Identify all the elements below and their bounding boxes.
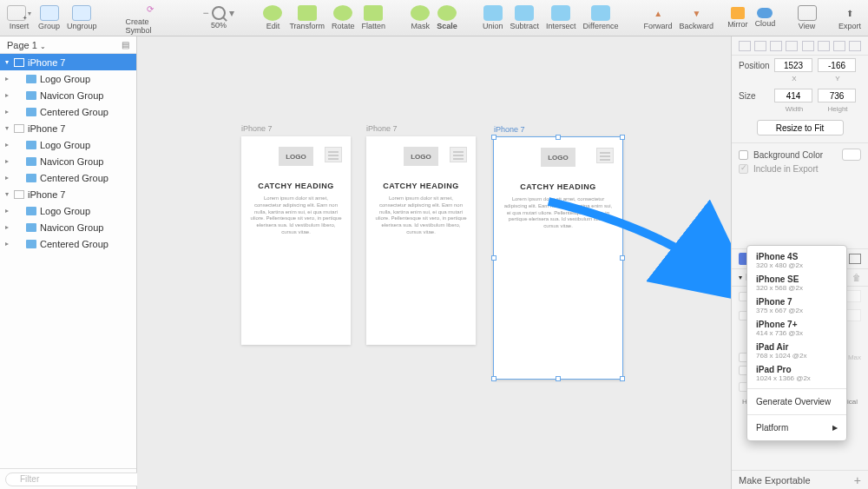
align-right-icon[interactable] xyxy=(770,41,782,51)
page-selector[interactable]: Page 1 ⌄ ▤ xyxy=(0,36,136,54)
disclosure-triangle-icon[interactable]: ▾ xyxy=(5,124,14,132)
chevron-right-icon: ▶ xyxy=(832,424,838,432)
disclosure-triangle-icon[interactable]: ▸ xyxy=(5,207,14,215)
zoom-control[interactable]: −▾ 50% xyxy=(202,6,234,30)
artboard-icon xyxy=(14,124,24,133)
resize-handle[interactable] xyxy=(491,255,496,261)
create-symbol-tool[interactable]: ⟳Create Symbol xyxy=(125,1,174,35)
heading-text: CATCHY HEADING xyxy=(383,182,459,190)
align-top-icon[interactable] xyxy=(786,41,798,51)
resize-handle[interactable] xyxy=(556,135,561,140)
disclosure-triangle-icon[interactable]: ▸ xyxy=(5,141,14,149)
scale-icon xyxy=(437,5,457,21)
resize-handle[interactable] xyxy=(620,376,625,381)
layer-group[interactable]: ▸Logo Group xyxy=(0,136,136,153)
orientation-icon[interactable] xyxy=(849,254,861,264)
width-field[interactable] xyxy=(774,89,812,102)
artboard-2[interactable]: iPhone 7 LOGO CATCHY HEADING Lorem ipsum… xyxy=(366,136,476,345)
backward-tool[interactable]: ▼Backward xyxy=(680,5,714,30)
device-preset-item[interactable]: iPhone 7+414 x 736 @3x xyxy=(747,317,846,340)
rotate-tool[interactable]: Rotate xyxy=(332,5,355,30)
plus-icon[interactable]: + xyxy=(854,473,861,487)
disclosure-triangle-icon[interactable]: ▸ xyxy=(5,157,14,165)
canvas[interactable]: iPhone 7 LOGO CATCHY HEADING Lorem ipsum… xyxy=(137,36,731,489)
artboard-3-selected[interactable]: iPhone 7 LOGO CATCHY HEADING Lorem ipsum… xyxy=(493,136,623,380)
disclosure-triangle-icon[interactable]: ▸ xyxy=(5,174,14,182)
device-preset-item[interactable]: iPad Pro1024 x 1366 @2x xyxy=(747,362,846,385)
align-middle-icon[interactable] xyxy=(802,41,814,51)
difference-tool[interactable]: Difference xyxy=(583,5,619,30)
bg-color-checkbox[interactable] xyxy=(739,150,748,160)
x-field[interactable] xyxy=(774,58,812,72)
align-left-icon[interactable] xyxy=(739,41,751,51)
device-preset-item[interactable]: iPad Air768 x 1024 @2x xyxy=(747,340,846,362)
artboard-label[interactable]: iPhone 7 xyxy=(494,125,525,134)
forward-tool[interactable]: ▲Forward xyxy=(644,5,673,30)
zoom-out-icon[interactable]: − xyxy=(202,7,208,19)
layer-artboard[interactable]: ▾iPhone 7 xyxy=(0,120,136,136)
disclosure-triangle-icon[interactable]: ▸ xyxy=(5,223,14,231)
resize-to-fit-button[interactable]: Resize to Fit xyxy=(757,120,844,135)
page-list-icon[interactable]: ▤ xyxy=(122,40,129,50)
layer-group[interactable]: ▸Navicon Group xyxy=(0,87,136,103)
subtract-tool[interactable]: Subtract xyxy=(510,5,540,30)
edit-tool[interactable]: Edit xyxy=(263,5,282,30)
logo-placeholder: LOGO xyxy=(541,148,575,167)
resize-handle[interactable] xyxy=(620,255,625,261)
distribute-v-icon[interactable] xyxy=(849,41,861,51)
resize-handle[interactable] xyxy=(620,135,625,140)
resize-handle[interactable] xyxy=(491,376,496,381)
height-field[interactable] xyxy=(818,89,856,102)
device-preset-item[interactable]: iPhone SE320 x 568 @2x xyxy=(747,272,846,294)
layer-group[interactable]: ▸Logo Group xyxy=(0,70,136,87)
transform-tool[interactable]: Transform xyxy=(289,5,325,30)
filter-input[interactable] xyxy=(5,472,145,486)
layer-group[interactable]: ▸Centered Group xyxy=(0,103,136,120)
mask-tool[interactable]: Mask xyxy=(411,5,430,30)
align-center-icon[interactable] xyxy=(754,41,766,51)
align-bottom-icon[interactable] xyxy=(818,41,830,51)
layer-group[interactable]: ▸Navicon Group xyxy=(0,219,136,235)
disclosure-triangle-icon[interactable]: ▸ xyxy=(5,240,14,248)
y-field[interactable] xyxy=(818,58,856,72)
generate-overview-item[interactable]: Generate Overview xyxy=(747,393,846,411)
include-export-checkbox[interactable]: ✓ xyxy=(739,164,748,174)
disclosure-triangle-icon[interactable]: ▾ xyxy=(5,58,14,66)
device-preset-item[interactable]: iPhone 7375 x 667 @2x xyxy=(747,294,846,317)
disclosure-triangle-icon[interactable]: ▸ xyxy=(5,91,14,99)
delete-icon[interactable]: 🗑 xyxy=(852,273,861,282)
flatten-tool[interactable]: Flatten xyxy=(362,5,386,30)
intersect-tool[interactable]: Intersect xyxy=(546,5,576,30)
artboard-label[interactable]: iPhone 7 xyxy=(241,124,273,133)
layer-artboard[interactable]: ▾iPhone 7 xyxy=(0,186,136,202)
insert-tool[interactable]: +▾ Insert xyxy=(7,5,31,30)
layer-name: iPhone 7 xyxy=(28,57,65,68)
layer-group[interactable]: ▸Logo Group xyxy=(0,202,136,219)
disclosure-triangle-icon[interactable]: ▸ xyxy=(5,108,14,116)
layer-group[interactable]: ▸Navicon Group xyxy=(0,153,136,169)
resize-handle[interactable] xyxy=(491,135,496,140)
layer-name: Centered Group xyxy=(40,107,108,117)
ungroup-tool[interactable]: Ungroup xyxy=(67,5,97,30)
cloud-tool[interactable]: Cloud xyxy=(755,8,776,28)
layer-artboard[interactable]: ▾iPhone 7 xyxy=(0,54,136,70)
platform-submenu-item[interactable]: Platform▶ xyxy=(747,419,846,437)
union-tool[interactable]: Union xyxy=(483,5,503,30)
zoom-in-icon[interactable]: ▾ xyxy=(229,7,234,19)
mirror-tool[interactable]: Mirror xyxy=(727,7,748,29)
export-tool[interactable]: ⬆Export xyxy=(838,5,861,30)
device-preset-item[interactable]: iPhone 4S320 x 480 @2x xyxy=(747,249,846,272)
disclosure-triangle-icon[interactable]: ▸ xyxy=(5,75,14,83)
resize-handle[interactable] xyxy=(556,376,561,381)
scale-tool[interactable]: Scale xyxy=(437,5,457,30)
layer-group[interactable]: ▸Centered Group xyxy=(0,169,136,186)
artboard-1[interactable]: iPhone 7 LOGO CATCHY HEADING Lorem ipsum… xyxy=(241,136,351,345)
disclosure-triangle-icon[interactable]: ▾ xyxy=(5,190,14,198)
view-tool[interactable]: View xyxy=(798,5,817,30)
artboard-label[interactable]: iPhone 7 xyxy=(366,124,398,133)
group-tool[interactable]: Group xyxy=(38,5,60,30)
make-exportable-row[interactable]: Make Exportable + xyxy=(732,470,868,489)
distribute-h-icon[interactable] xyxy=(833,41,845,51)
bg-color-swatch[interactable] xyxy=(842,149,861,161)
layer-group[interactable]: ▸Centered Group xyxy=(0,235,136,252)
